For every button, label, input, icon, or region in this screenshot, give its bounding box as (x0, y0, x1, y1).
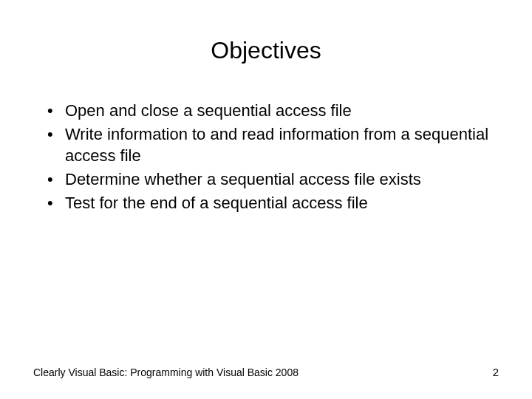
footer-source: Clearly Visual Basic: Programming with V… (33, 366, 299, 378)
objectives-list: Open and close a sequential access file … (33, 100, 499, 214)
list-item: Test for the end of a sequential access … (44, 192, 499, 214)
slide-title: Objectives (33, 37, 499, 64)
page-number: 2 (493, 366, 499, 378)
list-item: Write information to and read informatio… (44, 123, 499, 167)
footer: Clearly Visual Basic: Programming with V… (33, 366, 499, 378)
list-item: Determine whether a sequential access fi… (44, 168, 499, 191)
slide: Objectives Open and close a sequential a… (0, 0, 532, 399)
list-item: Open and close a sequential access file (44, 100, 499, 122)
